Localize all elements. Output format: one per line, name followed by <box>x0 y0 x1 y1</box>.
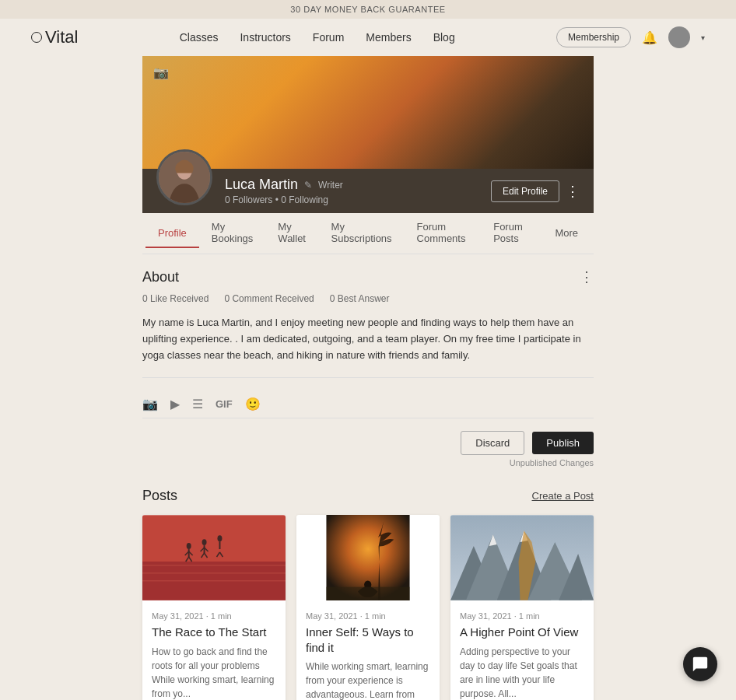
profile-info-bar: Luca Martin ✎ Writer 0 Followers • 0 Fol… <box>142 169 594 213</box>
svg-point-19 <box>217 536 222 542</box>
profile-name-edit-icon[interactable]: ✎ <box>304 180 312 191</box>
following-count: 0 Following <box>281 194 328 205</box>
post-title: The Race to The Start <box>152 625 276 640</box>
post-excerpt: How to go back and find the roots for al… <box>152 645 276 700</box>
svg-point-7 <box>187 543 191 549</box>
nav-classes[interactable]: Classes <box>180 31 219 44</box>
unpublished-label: Unpublished Changes <box>142 458 594 467</box>
profile-stats: 0 Followers • 0 Following <box>225 194 478 205</box>
create-post-link[interactable]: Create a Post <box>532 490 594 502</box>
comments-received: 0 Comment Received <box>224 293 314 304</box>
svg-point-13 <box>202 540 207 546</box>
post-title: Inner Self: 5 Ways to find it <box>306 625 430 655</box>
post-card: May 31, 2021 · 1 min The Race to The Sta… <box>142 515 286 700</box>
chat-bubble-button[interactable] <box>683 647 717 681</box>
post-read-time: 1 min <box>365 611 386 621</box>
tab-my-bookings[interactable]: My Bookings <box>199 213 265 254</box>
nav-forum[interactable]: Forum <box>313 31 344 44</box>
logo-circle <box>31 32 42 43</box>
about-stats: 0 Like Received 0 Comment Received 0 Bes… <box>142 293 594 304</box>
post-excerpt: Adding perspective to your day to day li… <box>460 645 584 700</box>
tab-my-subscriptions[interactable]: My Subscriptions <box>319 213 405 254</box>
top-banner: 30 DAY MONEY BACK GUARANTEE <box>0 0 736 19</box>
post-meta: May 31, 2021 · 1 min <box>152 611 276 621</box>
tab-my-wallet[interactable]: My Wallet <box>265 213 318 254</box>
post-date: May 31, 2021 <box>306 611 358 621</box>
svg-rect-25 <box>326 587 409 600</box>
about-section: About ⋮ 0 Like Received 0 Comment Receiv… <box>142 254 594 488</box>
post-card: May 31, 2021 · 1 min A Higher Point Of V… <box>450 515 594 700</box>
navigation: Vital Classes Instructors Forum Members … <box>0 19 736 56</box>
post-excerpt: While working smart, learning from your … <box>306 660 430 700</box>
emoji-icon[interactable]: 🙂 <box>245 397 261 411</box>
nav-right: Membership 🔔 ▾ <box>556 26 705 48</box>
more-options-button[interactable]: ⋮ <box>566 183 580 200</box>
editor-toolbar: 📷 ▶ ☰ GIF 🙂 <box>142 390 594 418</box>
text-icon[interactable]: ☰ <box>192 397 203 411</box>
tab-forum-comments[interactable]: Forum Comments <box>405 213 482 254</box>
cover-camera-icon[interactable]: 📷 <box>153 65 169 80</box>
post-meta: May 31, 2021 · 1 min <box>460 611 584 621</box>
gif-icon[interactable]: GIF <box>216 398 233 410</box>
posts-header: Posts Create a Post <box>142 488 594 504</box>
post-card: May 31, 2021 · 1 min Inner Self: 5 Ways … <box>296 515 440 700</box>
post-image-mountains <box>450 515 594 600</box>
post-content: May 31, 2021 · 1 min A Higher Point Of V… <box>450 604 594 700</box>
followers-count: 0 Followers <box>225 194 272 205</box>
avatar-wrapper <box>156 149 212 205</box>
post-read-time: 1 min <box>211 611 232 621</box>
profile-name-row: Luca Martin ✎ Writer <box>225 177 478 193</box>
camera-icon[interactable]: 📷 <box>142 397 158 411</box>
video-icon[interactable]: ▶ <box>170 397 180 411</box>
profile-name: Luca Martin <box>225 177 298 193</box>
likes-received: 0 Like Received <box>142 293 209 304</box>
banner-text: 30 DAY MONEY BACK GUARANTEE <box>290 5 445 14</box>
post-meta: May 31, 2021 · 1 min <box>306 611 430 621</box>
about-header: About ⋮ <box>142 268 594 285</box>
nav-members[interactable]: Members <box>366 31 411 44</box>
tab-more[interactable]: More <box>542 219 591 248</box>
avatar[interactable] <box>668 26 690 48</box>
posts-title: Posts <box>142 488 177 504</box>
tab-forum-posts[interactable]: Forum Posts <box>481 213 542 254</box>
post-image-runners <box>142 515 286 600</box>
logo-text: Vital <box>45 27 78 47</box>
discard-button[interactable]: Discard <box>461 431 524 455</box>
tab-profile[interactable]: Profile <box>145 219 199 248</box>
profile-tabs: Profile My Bookings My Wallet My Subscri… <box>142 213 594 254</box>
stats-separator: • <box>275 194 279 205</box>
posts-grid: May 31, 2021 · 1 min The Race to The Sta… <box>142 515 594 700</box>
publish-bar: Discard Publish <box>142 431 594 455</box>
post-content: May 31, 2021 · 1 min The Race to The Sta… <box>142 604 286 700</box>
divider <box>142 377 594 378</box>
about-bio: My name is Luca Martin, and I enjoy meet… <box>142 315 594 363</box>
profile-actions: Edit Profile ⋮ <box>491 180 580 202</box>
chevron-down-icon[interactable]: ▾ <box>701 33 705 42</box>
post-read-time: 1 min <box>519 611 540 621</box>
post-content: May 31, 2021 · 1 min Inner Self: 5 Ways … <box>296 604 440 700</box>
nav-blog[interactable]: Blog <box>433 31 455 44</box>
nav-instructors[interactable]: Instructors <box>240 31 290 44</box>
bell-icon[interactable]: 🔔 <box>642 30 657 45</box>
post-title: A Higher Point Of View <box>460 625 584 640</box>
post-image-meditation <box>296 515 440 600</box>
edit-profile-button[interactable]: Edit Profile <box>491 180 559 202</box>
best-answers: 0 Best Answer <box>330 293 390 304</box>
post-date: May 31, 2021 <box>460 611 512 621</box>
posts-section: Posts Create a Post <box>142 488 594 700</box>
logo[interactable]: Vital <box>31 27 78 47</box>
profile-details: Luca Martin ✎ Writer 0 Followers • 0 Fol… <box>225 177 478 205</box>
about-title: About <box>142 269 179 285</box>
nav-links: Classes Instructors Forum Members Blog <box>180 31 455 44</box>
post-date: May 31, 2021 <box>152 611 204 621</box>
about-more-button[interactable]: ⋮ <box>580 268 594 285</box>
profile-role: Writer <box>318 180 343 191</box>
membership-button[interactable]: Membership <box>556 27 631 47</box>
profile-avatar <box>156 149 212 205</box>
publish-button[interactable]: Publish <box>532 432 594 454</box>
profile-section: 📷 Luca <box>142 56 594 700</box>
